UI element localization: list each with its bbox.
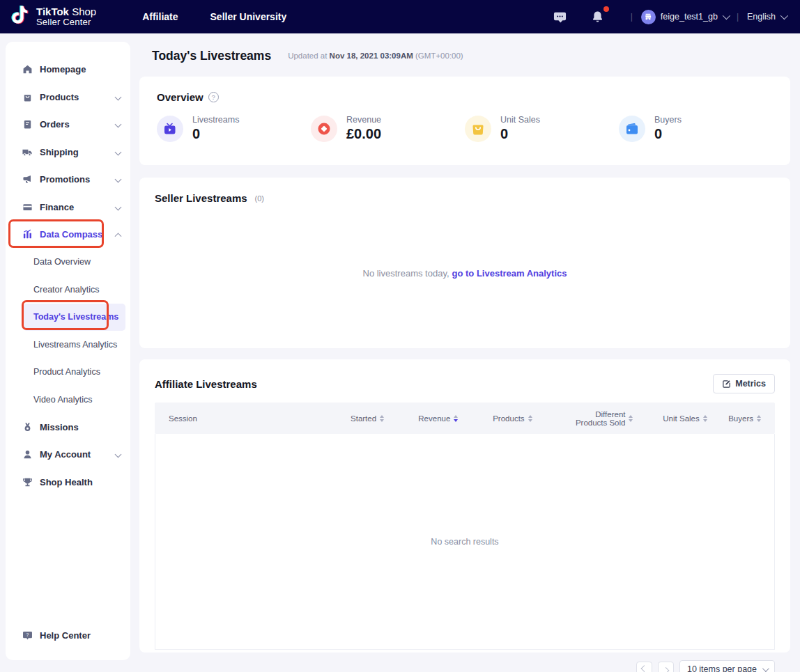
- sidebar-item-label: Finance: [40, 202, 74, 212]
- help-bubble-icon: ?: [22, 630, 33, 641]
- affiliate-livestreams-table: Session Started Revenue Products Differe…: [155, 403, 775, 650]
- metric-label: Buyers: [654, 115, 682, 125]
- sidebar-subitem-creator-analytics[interactable]: Creator Analytics: [6, 276, 130, 304]
- chevron-right-icon: [662, 666, 669, 672]
- avatar: [641, 10, 656, 24]
- chevron-left-icon: [640, 665, 647, 672]
- nav-seller-university[interactable]: Seller University: [210, 11, 287, 22]
- metric-revenue: Revenue £0.00: [311, 115, 465, 142]
- nav-affiliate[interactable]: Affiliate: [142, 11, 178, 22]
- table-header-row: Session Started Revenue Products Differe…: [155, 403, 775, 434]
- chevron-down-icon: [115, 203, 122, 210]
- column-header-unit-sales[interactable]: Unit Sales: [633, 414, 707, 423]
- chevron-down-icon: [115, 121, 122, 128]
- card-icon: [22, 201, 33, 212]
- sidebar-subitem-livestreams-analytics[interactable]: Livestreams Analytics: [6, 331, 130, 359]
- chevron-down-icon: [780, 12, 788, 19]
- sidebar-item-label: Shipping: [40, 147, 79, 157]
- shopping-bag-icon: [465, 116, 491, 142]
- tiktok-logo-icon: [10, 5, 31, 29]
- seller-livestreams-title: Seller Livestreams: [155, 192, 247, 204]
- messages-icon[interactable]: [551, 8, 569, 26]
- sidebar-item-homepage[interactable]: Homepage: [6, 56, 130, 84]
- notifications-bell-icon[interactable]: [589, 8, 607, 26]
- sidebar-subitem-video-analytics[interactable]: Video Analytics: [6, 386, 130, 414]
- column-header-session: Session: [169, 414, 323, 423]
- sidebar-item-data-compass[interactable]: Data Compass: [6, 221, 130, 249]
- sidebar-item-orders[interactable]: Orders: [6, 111, 130, 139]
- updated-prefix: Updated at: [288, 52, 327, 60]
- metric-label: Unit Sales: [500, 115, 540, 125]
- megaphone-icon: [22, 174, 33, 185]
- chevron-down-icon: [762, 665, 769, 672]
- sidebar-subitem-label: Livestreams Analytics: [33, 340, 117, 350]
- help-question-icon[interactable]: ?: [208, 92, 219, 102]
- sidebar-item-label: Missions: [40, 422, 79, 432]
- items-per-page-select[interactable]: 10 items per page: [679, 660, 775, 672]
- column-header-different-products-sold[interactable]: Different Products Sold: [532, 410, 633, 427]
- chevron-down-icon: [115, 148, 122, 155]
- column-header-products[interactable]: Products: [458, 414, 532, 423]
- table-empty-body: No search results: [155, 434, 775, 650]
- bag-icon: [22, 91, 33, 102]
- sidebar-item-label: Help Center: [40, 630, 91, 641]
- sidebar-item-label: Data Compass: [40, 229, 102, 240]
- user-account-menu[interactable]: feige_test1_gb: [641, 10, 728, 24]
- metric-buyers: Buyers 0: [619, 115, 773, 142]
- updated-timestamp: Updated at Nov 18, 2021 03:09AM (GMT+00:…: [288, 52, 463, 60]
- chevron-down-icon: [115, 93, 122, 100]
- medal-icon: [22, 421, 33, 432]
- column-header-started[interactable]: Started: [323, 414, 384, 423]
- chevron-down-icon: [723, 12, 730, 19]
- sidebar-item-label: Products: [40, 92, 79, 102]
- sidebar-subitem-label: Data Overview: [33, 257, 91, 267]
- seller-center-logo[interactable]: TikTok Shop Seller Center: [10, 5, 96, 29]
- updated-timezone: (GMT+00:00): [415, 52, 463, 60]
- language-selector[interactable]: English: [747, 12, 786, 22]
- sidebar-item-promotions[interactable]: Promotions: [6, 166, 130, 194]
- edit-square-icon: [722, 380, 731, 389]
- sidebar-item-shop-health[interactable]: Shop Health: [6, 469, 130, 497]
- next-page-button[interactable]: [658, 662, 674, 672]
- sidebar-item-help-center[interactable]: ? Help Center: [6, 622, 130, 650]
- sidebar-item-products[interactable]: Products: [6, 84, 130, 111]
- overview-title: Overview: [157, 91, 203, 103]
- prev-page-button[interactable]: [636, 662, 652, 672]
- top-nav: Affiliate Seller University: [142, 11, 286, 22]
- affiliate-livestreams-title: Affiliate Livestreams: [155, 378, 257, 390]
- column-header-buyers[interactable]: Buyers: [707, 414, 761, 423]
- notification-badge: [603, 6, 609, 12]
- sidebar-item-finance[interactable]: Finance: [6, 194, 130, 221]
- metric-label: Revenue: [346, 115, 381, 125]
- seller-livestreams-card: Seller Livestreams (0) No livestreams to…: [139, 178, 790, 348]
- seller-livestreams-count: (0): [255, 194, 264, 203]
- go-to-livestream-analytics-link[interactable]: go to Livestream Analytics: [452, 268, 567, 279]
- page-title: Today's Livestreams: [152, 49, 271, 63]
- no-search-results-text: No search results: [431, 537, 498, 547]
- metrics-button-label: Metrics: [735, 379, 766, 389]
- sidebar-subitem-label: Product Analytics: [33, 367, 100, 377]
- sidebar: Homepage Products Orders Shipping Promot…: [6, 42, 130, 660]
- sidebar-subitem-data-overview[interactable]: Data Overview: [6, 249, 130, 276]
- user-name: feige_test1_gb: [661, 12, 718, 22]
- metric-unit-sales: Unit Sales 0: [465, 115, 619, 142]
- sidebar-item-shipping[interactable]: Shipping: [6, 139, 130, 166]
- trophy-icon: [22, 476, 33, 487]
- main-content: Today's Livestreams Updated at Nov 18, 2…: [139, 42, 790, 70]
- sort-icon[interactable]: [757, 415, 761, 422]
- pagination: 10 items per page: [636, 660, 775, 672]
- sidebar-subitem-todays-livestreams[interactable]: Today's Livestreams: [23, 304, 125, 331]
- sidebar-item-label: Homepage: [40, 64, 86, 75]
- wallet-icon: [619, 116, 645, 142]
- chevron-down-icon: [115, 176, 122, 183]
- overview-card: Overview ? Livestreams 0 Revenue £0.00: [139, 77, 790, 165]
- top-header: TikTok Shop Seller Center Affiliate Sell…: [0, 0, 800, 33]
- sidebar-subitem-label: Today's Livestreams: [33, 312, 118, 322]
- sidebar-subitem-product-analytics[interactable]: Product Analytics: [6, 359, 130, 386]
- person-icon: [22, 449, 33, 460]
- metrics-button[interactable]: Metrics: [713, 374, 775, 393]
- sidebar-item-my-account[interactable]: My Account: [6, 441, 130, 469]
- sidebar-item-label: Promotions: [40, 174, 90, 185]
- column-header-revenue[interactable]: Revenue: [384, 414, 458, 423]
- sidebar-item-missions[interactable]: Missions: [6, 414, 130, 442]
